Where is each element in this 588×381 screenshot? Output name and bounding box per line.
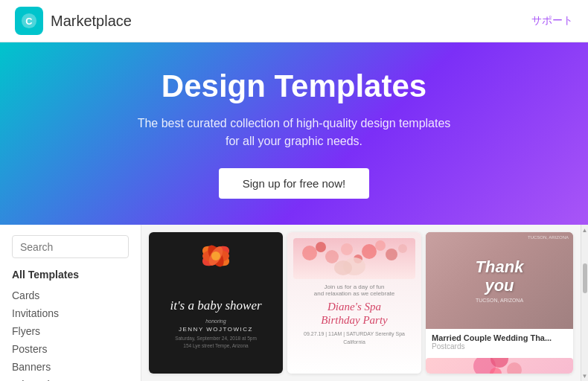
scroll-thumb[interactable] bbox=[583, 263, 587, 293]
svg-point-16 bbox=[375, 240, 386, 251]
scroll-up-arrow[interactable]: ▲ bbox=[581, 225, 589, 235]
svg-point-23 bbox=[507, 362, 522, 374]
support-link[interactable]: サポート bbox=[531, 14, 573, 28]
svg-point-13 bbox=[341, 243, 353, 255]
hero-title: Design Templates bbox=[162, 68, 426, 104]
hero-subtitle: The best curated collection of high-qual… bbox=[138, 115, 451, 150]
svg-point-12 bbox=[325, 250, 339, 263]
signup-button[interactable]: Sign up for free now! bbox=[219, 168, 369, 199]
svg-point-17 bbox=[386, 249, 397, 260]
main-content: All Templates Cards Invitations Flyers P… bbox=[0, 225, 588, 381]
spa-party-title: Diane's SpaBirthday Party bbox=[321, 300, 388, 327]
marketplace-title: Marketplace bbox=[51, 13, 132, 30]
baby-shower-name: JENNY WOJTOWICZ bbox=[170, 326, 261, 333]
card3-category: Postcards bbox=[432, 342, 567, 350]
baby-shower-title: it's a baby shower bbox=[170, 298, 261, 314]
spa-join-text: Join us for a day of funand relaxation a… bbox=[314, 284, 395, 297]
sidebar-item-banners[interactable]: Banners bbox=[12, 358, 129, 376]
canva-logo[interactable]: C bbox=[15, 7, 43, 35]
header-left: C Marketplace bbox=[15, 7, 132, 35]
svg-point-18 bbox=[398, 244, 407, 253]
baby-shower-details: Saturday, September 24, 2018 at 5pm154 L… bbox=[170, 335, 261, 350]
cards-area: it's a baby shower honoring JENNY WOJTOW… bbox=[141, 225, 581, 381]
baby-shower-honoring: honoring bbox=[170, 318, 261, 324]
sidebar-item-resumes[interactable]: Résumés bbox=[12, 376, 129, 381]
location-text: TUCSON, ARIZONA bbox=[528, 235, 569, 240]
hero-banner: Design Templates The best curated collec… bbox=[0, 42, 588, 225]
sidebar-item-posters[interactable]: Posters bbox=[12, 340, 129, 358]
search-box[interactable] bbox=[12, 235, 129, 258]
scroll-down-arrow[interactable]: ▼ bbox=[581, 371, 589, 381]
thank-you-subtext: TUCSON, ARIZONA bbox=[476, 298, 523, 303]
spa-date: 09.27.19 | 11AM | SATURDAY Serenity Spa … bbox=[293, 330, 415, 346]
svg-point-15 bbox=[362, 244, 377, 259]
svg-point-11 bbox=[316, 242, 326, 252]
sidebar-item-cards[interactable]: Cards bbox=[12, 286, 129, 304]
card3-info: Married Couple Wedding Tha... Postcards bbox=[426, 329, 573, 355]
svg-text:C: C bbox=[25, 16, 32, 27]
svg-point-9 bbox=[211, 252, 220, 260]
svg-point-10 bbox=[302, 246, 317, 260]
card-baby-shower[interactable]: it's a baby shower honoring JENNY WOJTOW… bbox=[149, 232, 283, 374]
sidebar-item-invitations[interactable]: Invitations bbox=[12, 304, 129, 322]
card3-title: Married Couple Wedding Tha... bbox=[432, 333, 567, 342]
sidebar-section-title: All Templates bbox=[12, 269, 129, 281]
card-thank-you[interactable]: TUCSON, ARIZONA Thankyou TUCSON, ARIZONA… bbox=[426, 232, 573, 374]
thank-you-text: Thankyou bbox=[476, 258, 524, 294]
scrollbar: ▲ ▼ bbox=[581, 225, 588, 381]
sidebar-item-flyers[interactable]: Flyers bbox=[12, 322, 129, 340]
search-input[interactable] bbox=[20, 241, 141, 253]
partial-card-image bbox=[426, 358, 573, 374]
sidebar: All Templates Cards Invitations Flyers P… bbox=[0, 225, 141, 381]
svg-point-20 bbox=[334, 260, 352, 275]
card-spa-birthday[interactable]: Join us for a day of funand relaxation a… bbox=[287, 232, 421, 374]
header: C Marketplace サポート bbox=[0, 0, 588, 42]
